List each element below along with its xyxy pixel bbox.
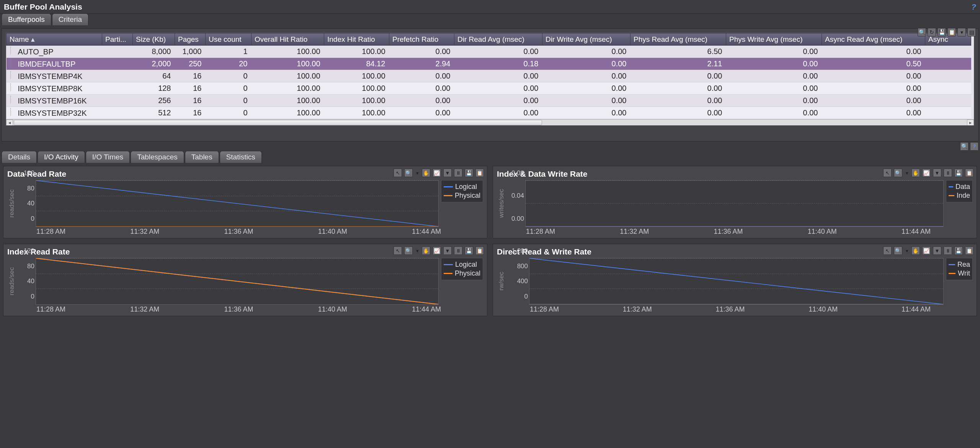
save-icon[interactable]: 💾 bbox=[465, 169, 473, 177]
copy-icon[interactable]: 📋 bbox=[475, 169, 484, 177]
tab-tables[interactable]: Tables bbox=[185, 151, 219, 163]
y-tick: 0 bbox=[18, 215, 34, 223]
chartconfig-icon[interactable]: 📈 bbox=[433, 169, 441, 177]
copy-icon[interactable]: 📋 bbox=[475, 246, 484, 255]
table-row[interactable]: AUTO_BP8,0001,0001100.00100.000.000.000.… bbox=[7, 46, 971, 58]
filter-icon[interactable]: ▼ bbox=[443, 169, 452, 177]
col-physwrite[interactable]: Phys Write Avg (msec) bbox=[726, 33, 822, 46]
col-pages[interactable]: Pages bbox=[175, 33, 206, 46]
table-cell: 128 bbox=[133, 82, 175, 95]
table-cell: 0.00 bbox=[542, 95, 630, 107]
legend-item[interactable]: Inde bbox=[949, 192, 970, 200]
legend-item[interactable]: Physical bbox=[444, 269, 480, 277]
pointer-icon[interactable]: ↖ bbox=[883, 169, 892, 177]
dropdown-icon[interactable]: ▾ bbox=[415, 246, 420, 255]
scroll-thumb[interactable] bbox=[14, 120, 542, 125]
dropdown-icon[interactable]: ▾ bbox=[415, 169, 420, 177]
col-name[interactable]: Name bbox=[7, 33, 102, 46]
chartconfig-icon[interactable]: 📈 bbox=[922, 246, 931, 255]
chartconfig-icon[interactable]: 📈 bbox=[433, 246, 441, 255]
tab-details[interactable]: Details bbox=[2, 151, 37, 163]
col-ihr[interactable]: Index Hit Ratio bbox=[324, 33, 389, 46]
chartconfig-icon[interactable]: 📈 bbox=[922, 169, 931, 177]
pause-icon[interactable]: ⏸ bbox=[944, 246, 952, 255]
tab-bufferpools[interactable]: Bufferpools bbox=[2, 13, 51, 25]
pan-icon[interactable]: ✋ bbox=[911, 246, 920, 255]
col-prefetch[interactable]: Prefetch Ratio bbox=[389, 33, 454, 46]
chart-plot-area[interactable]: 0 40 80 120 bbox=[36, 180, 439, 227]
table-cell bbox=[102, 95, 133, 107]
find-icon[interactable]: 🔍 bbox=[918, 28, 926, 36]
legend-item[interactable]: Rea bbox=[949, 261, 970, 269]
table-row[interactable]: IBMSYSTEMBP4K64160100.00100.000.000.000.… bbox=[7, 70, 971, 82]
legend-item[interactable]: Logical bbox=[444, 183, 480, 191]
filter-icon[interactable]: ▼ bbox=[933, 169, 941, 177]
pan-icon[interactable]: ✋ bbox=[911, 169, 920, 177]
pan-icon[interactable]: ✋ bbox=[422, 169, 430, 177]
tab-tablespaces[interactable]: Tablespaces bbox=[131, 151, 184, 163]
chart-plot-area[interactable]: 0 400 800 1,200 bbox=[529, 258, 944, 305]
pointer-icon[interactable]: ↖ bbox=[394, 246, 402, 255]
zoom-icon[interactable]: 🔍 bbox=[894, 169, 902, 177]
table-row[interactable]: IBMDEFAULTBP2,00025020100.0084.122.940.1… bbox=[7, 58, 971, 70]
scroll-right-icon[interactable]: ▸ bbox=[967, 120, 974, 126]
legend-item[interactable]: Physical bbox=[444, 192, 480, 200]
save-icon[interactable]: 💾 bbox=[954, 246, 963, 255]
col-dirwrite[interactable]: Dir Write Avg (msec) bbox=[542, 33, 630, 46]
grid-header-row[interactable]: Name Parti... Size (Kb) Pages Use count … bbox=[7, 33, 971, 46]
tab-criteria[interactable]: Criteria bbox=[52, 13, 88, 25]
filter-icon[interactable]: ▼ bbox=[443, 246, 452, 255]
zoom-icon[interactable]: 🔍 bbox=[404, 246, 413, 255]
y-tick: 0.08 bbox=[507, 169, 524, 177]
help-icon[interactable]: ? bbox=[970, 142, 978, 151]
col-usecount[interactable]: Use count bbox=[206, 33, 252, 46]
col-size[interactable]: Size (Kb) bbox=[133, 33, 175, 46]
zoom-icon[interactable]: 🔍 bbox=[960, 142, 969, 151]
save-icon[interactable]: 💾 bbox=[954, 169, 963, 177]
pointer-icon[interactable]: ↖ bbox=[394, 169, 402, 177]
save-icon[interactable]: 💾 bbox=[465, 246, 473, 255]
save-icon[interactable]: 💾 bbox=[938, 28, 946, 36]
bufferpool-grid[interactable]: Name Parti... Size (Kb) Pages Use count … bbox=[6, 33, 974, 126]
grid-horizontal-scrollbar[interactable]: ◂ ▸ bbox=[6, 119, 974, 125]
chart-plot-area[interactable]: 0.00 0.04 0.08 bbox=[525, 180, 944, 227]
col-dirread[interactable]: Dir Read Avg (msec) bbox=[454, 33, 542, 46]
pointer-icon[interactable]: ↖ bbox=[883, 246, 892, 255]
copy-icon[interactable]: 📋 bbox=[965, 169, 973, 177]
copy-icon[interactable]: 📋 bbox=[947, 28, 956, 36]
dropdown-icon[interactable]: ▾ bbox=[905, 169, 909, 177]
zoom-icon[interactable]: 🔍 bbox=[404, 169, 413, 177]
filter-icon[interactable]: ▼ bbox=[933, 246, 941, 255]
copy-icon[interactable]: 📋 bbox=[965, 246, 973, 255]
col-parti[interactable]: Parti... bbox=[102, 33, 133, 46]
help-icon[interactable]: ? bbox=[971, 2, 976, 11]
dropdown-icon[interactable]: ▾ bbox=[905, 246, 909, 255]
columns-icon[interactable]: ▤ bbox=[967, 28, 976, 36]
pause-icon[interactable]: ⏸ bbox=[454, 246, 462, 255]
scroll-left-icon[interactable]: ◂ bbox=[6, 120, 13, 126]
table-row[interactable]: IBMSYSTEMBP8K128160100.00100.000.000.000… bbox=[7, 82, 971, 95]
panel-divider[interactable]: 🔍 ? bbox=[0, 141, 980, 151]
table-row[interactable]: IBMSYSTEMBP32K512160100.00100.000.000.00… bbox=[7, 107, 971, 119]
col-ohr[interactable]: Overall Hit Ratio bbox=[252, 33, 324, 46]
x-tick: 11:32 AM bbox=[623, 305, 652, 313]
pause-icon[interactable]: ⏸ bbox=[944, 169, 952, 177]
tab-io-times[interactable]: I/O Times bbox=[86, 151, 130, 163]
legend-item[interactable]: Data bbox=[949, 183, 970, 191]
pan-icon[interactable]: ✋ bbox=[422, 246, 430, 255]
menu-icon[interactable]: ▾ bbox=[957, 28, 966, 36]
col-physread[interactable]: Phys Read Avg (msec) bbox=[630, 33, 726, 46]
legend-item[interactable]: Logical bbox=[444, 261, 480, 269]
chart-plot-area[interactable]: 0 40 80 120 bbox=[36, 258, 439, 305]
zoom-icon[interactable]: 🔍 bbox=[894, 246, 902, 255]
tab-statistics[interactable]: Statistics bbox=[220, 151, 262, 163]
tab-io-activity[interactable]: I/O Activity bbox=[38, 151, 85, 163]
table-cell: 0.00 bbox=[542, 107, 630, 119]
refresh-icon[interactable]: ↻ bbox=[928, 28, 936, 36]
x-tick: 11:28 AM bbox=[526, 228, 555, 236]
y-tick: 0.00 bbox=[507, 215, 524, 223]
table-row[interactable]: IBMSYSTEMBP16K256160100.00100.000.000.00… bbox=[7, 95, 971, 107]
pause-icon[interactable]: ⏸ bbox=[454, 169, 462, 177]
legend-item[interactable]: Writ bbox=[949, 269, 970, 277]
col-asyncread[interactable]: Async Read Avg (msec) bbox=[822, 33, 925, 46]
